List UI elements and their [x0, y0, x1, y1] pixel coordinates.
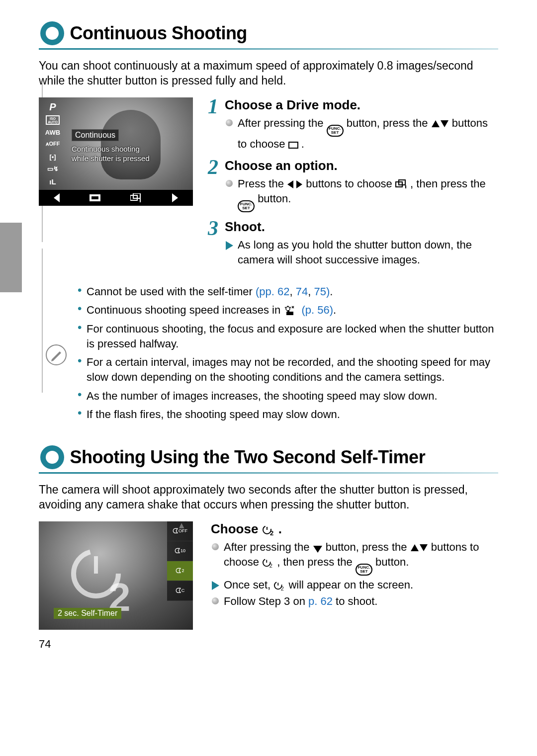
- svg-marker-33: [411, 544, 419, 551]
- intro-text: You can shoot continuously at a maximum …: [39, 59, 498, 88]
- step-title: Shoot.: [225, 219, 498, 235]
- quality-icon: ıL: [42, 177, 64, 186]
- note-item: As the number of images increases, the s…: [78, 389, 498, 404]
- svg-marker-9: [287, 180, 293, 188]
- note-block: Cannot be used with the self-timer (pp. …: [44, 284, 498, 426]
- iso-indicator: ISO AUTO: [46, 115, 60, 125]
- step-bullet: Press the buttons to choose , then press…: [225, 176, 498, 212]
- down-arrow-icon: [313, 546, 322, 553]
- step-1: 1 Choose a Drive mode. After pressing th…: [208, 97, 498, 152]
- step-bullet: After pressing the FUNC.SET button, pres…: [225, 116, 498, 152]
- note-item: Continuous shooting speed increases in (…: [78, 303, 498, 318]
- step-result-bullet: As long as you hold the shutter button d…: [225, 238, 498, 267]
- svg-line-19: [290, 307, 291, 308]
- func-set-icon: FUNC.SET: [238, 200, 255, 212]
- thumb-tab: [0, 223, 22, 292]
- step-result-bullet: Once set, 2 will appear on the screen.: [211, 578, 498, 592]
- step-number: 1: [208, 94, 218, 118]
- lcd-option-label: 2 sec. Self-Timer: [54, 608, 121, 619]
- page-ref-link[interactable]: 74: [296, 285, 308, 298]
- up-down-arrows-icon: [411, 543, 428, 552]
- svg-point-25: [46, 451, 59, 464]
- svg-marker-15: [51, 351, 61, 361]
- svg-line-18: [285, 307, 286, 308]
- timer-10s-option: ᗧ10: [167, 541, 193, 561]
- section-heading: Continuous Shooting: [39, 19, 498, 50]
- wb-indicator: AWB: [42, 129, 64, 137]
- step-title: Choose an option.: [225, 158, 498, 173]
- single-shot-icon: [90, 194, 100, 201]
- step-2: 2 Choose an option. Press the buttons to…: [208, 158, 498, 212]
- intro-text: The camera will shoot approximately two …: [39, 483, 498, 512]
- lcd-menu-title: Continuous: [72, 129, 119, 141]
- timer-2sec-icon: 2: [262, 557, 274, 568]
- page-ref-link[interactable]: p. 62: [308, 595, 333, 607]
- timer-off-option: ᗧOFF: [167, 521, 193, 541]
- page-ref-link[interactable]: (p. 56): [302, 304, 334, 316]
- metering-icon: [•]: [42, 153, 64, 162]
- mode-indicator: P: [42, 101, 64, 111]
- heading-bullet-icon: [39, 20, 66, 47]
- lcd-menu-desc: Continuous shooting while shutter is pre…: [72, 144, 150, 164]
- svg-point-16: [286, 307, 290, 311]
- svg-marker-32: [313, 546, 322, 553]
- timer-2sec-overlay-icon: 2: [69, 546, 138, 616]
- timer-custom-option: ᗧC: [167, 581, 193, 601]
- step-title: Choose 2 .: [211, 521, 498, 537]
- page-number: 74: [39, 638, 51, 651]
- svg-text:2: 2: [281, 586, 284, 591]
- timer-option-list: ᗧOFF ᗧ10 ᗧ2 ᗧC: [167, 521, 193, 601]
- continuous-icon: [130, 193, 142, 202]
- step-choose-timer: Choose 2 . After pressing the button, pr…: [208, 521, 498, 609]
- note-pencil-icon: [46, 344, 67, 365]
- left-right-arrows-icon: [287, 180, 302, 189]
- step-3: 3 Shoot. As long as you hold the shutter…: [208, 219, 498, 267]
- note-item: Cannot be used with the self-timer (pp. …: [78, 284, 498, 299]
- func-set-icon: FUNC.SET: [327, 125, 344, 137]
- svg-marker-34: [420, 544, 428, 551]
- heading-bullet-icon: [39, 444, 66, 471]
- section-title: Shooting Using the Two Second Self-Timer: [70, 447, 425, 467]
- svg-point-1: [46, 27, 59, 40]
- camera-lcd-illustration: 2 ▲ ᗧOFF ᗧ10 ᗧ2 ᗧC 2 sec. Self-Timer: [39, 521, 193, 630]
- up-down-arrows-icon: [432, 119, 448, 128]
- note-item: For continuous shooting, the focus and e…: [78, 322, 498, 351]
- page-ref-link[interactable]: 75): [314, 285, 330, 298]
- step-number: 3: [208, 216, 218, 240]
- svg-marker-6: [172, 193, 178, 202]
- svg-text:2: 2: [270, 529, 273, 536]
- step-number: 2: [208, 155, 218, 179]
- svg-marker-2: [54, 193, 60, 202]
- continuous-icon: [395, 179, 407, 188]
- drive-icon: ▭↯: [42, 165, 64, 173]
- step-bullet: After pressing the button, press the but…: [211, 540, 498, 576]
- right-arrow-icon: [172, 193, 178, 202]
- timer-2sec-icon: 2: [273, 580, 285, 591]
- timer-2sec-icon: 2: [262, 524, 275, 536]
- step-title: Choose a Drive mode.: [225, 97, 498, 113]
- step-bullet: Follow Step 3 on p. 62 to shoot.: [211, 594, 498, 609]
- svg-text:2: 2: [269, 563, 272, 568]
- setting-icon: ᴀOFF: [42, 141, 64, 149]
- section-rule: [42, 249, 43, 393]
- note-item: For a certain interval, images may not b…: [78, 355, 498, 384]
- single-frame-icon: [288, 142, 298, 149]
- svg-marker-8: [441, 120, 448, 127]
- svg-marker-7: [432, 120, 440, 127]
- camera-lcd-illustration: P ISO AUTO AWB ᴀOFF [•] ▭↯ ıL Continuous…: [39, 97, 193, 206]
- section-title: Continuous Shooting: [70, 23, 247, 43]
- svg-rect-22: [286, 312, 293, 315]
- timer-2s-option: ᗧ2: [167, 561, 193, 581]
- page-ref-link[interactable]: (pp. 62: [256, 285, 290, 298]
- svg-rect-23: [287, 311, 289, 312]
- note-item: If the flash fires, the shooting speed m…: [78, 407, 498, 422]
- section-heading: Shooting Using the Two Second Self-Timer: [39, 443, 498, 474]
- lowlight-mode-icon: [284, 306, 295, 316]
- left-arrow-icon: [54, 193, 60, 202]
- steps-column: 1 Choose a Drive mode. After pressing th…: [208, 97, 498, 274]
- func-set-icon: FUNC.SET: [356, 564, 372, 576]
- svg-marker-10: [296, 180, 302, 188]
